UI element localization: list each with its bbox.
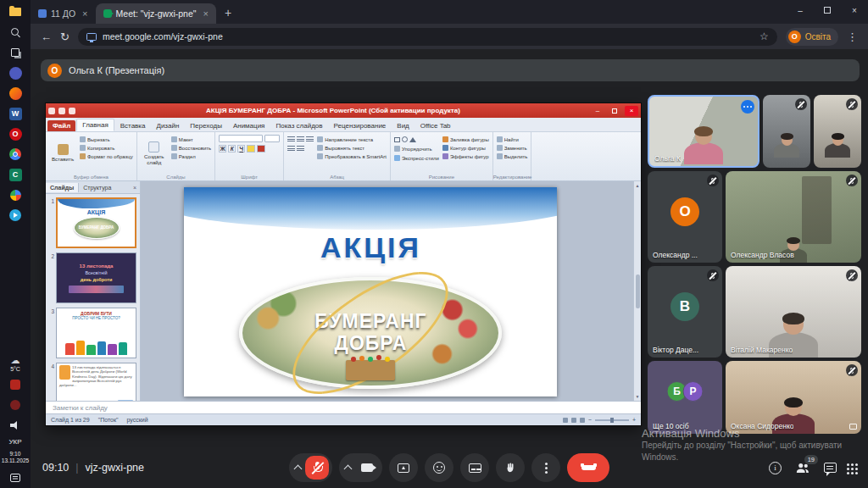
copy-button[interactable]: Копировать (80, 145, 133, 151)
ppt-tab-animation[interactable]: Анимация (228, 120, 270, 131)
back-icon[interactable]: ← (41, 31, 52, 42)
task-view-icon[interactable] (6, 45, 25, 60)
shape-effects-button[interactable]: Эффекты фигур (442, 153, 489, 159)
volume-icon[interactable] (6, 418, 25, 433)
new-tab-button[interactable]: + (225, 6, 231, 19)
search-icon[interactable] (6, 25, 25, 40)
bold-button[interactable]: Ж (219, 145, 226, 152)
slide-thumbnail-4[interactable]: 4 13 листопада відзначається Всесвітній … (47, 363, 136, 401)
participant-tile-oksana[interactable]: Оксана Сидоренко (726, 361, 861, 434)
fullscreen-icon[interactable] (849, 424, 857, 430)
italic-button[interactable]: К (228, 145, 236, 152)
weather-widget[interactable]: ☁ 5°C (10, 356, 20, 372)
current-slide[interactable]: АКЦІЯ БУМЕРАНГ ДОБРА (184, 187, 557, 396)
bullets-icon[interactable] (287, 146, 295, 152)
scroll-thumb[interactable] (636, 274, 640, 308)
slide-thumbnail-3[interactable]: 3 ДОБРИМ БУТИ ПРОСТО ЧИ НЕ ПРОСТО? (47, 308, 136, 358)
align-left-icon[interactable] (287, 136, 295, 142)
align-text-button[interactable]: Выровнять текст (317, 145, 387, 151)
participant-tile-small-1[interactable] (763, 95, 810, 168)
underline-button[interactable]: Ч (237, 145, 245, 152)
section-button[interactable]: Раздел (171, 153, 211, 159)
scroll-down-icon[interactable]: ▼ (636, 394, 640, 399)
shape-outline-button[interactable]: Контур фигуры (442, 145, 489, 151)
slideshow-view-icon[interactable] (580, 418, 585, 423)
editor-scrollbar[interactable]: ▲ ▼ (633, 181, 641, 401)
ppt-minimize-button[interactable]: – (591, 106, 604, 116)
notes-area[interactable]: Заметки к слайду (46, 401, 641, 413)
ppt-tab-home[interactable]: Главная (76, 119, 114, 131)
captions-button[interactable] (460, 453, 489, 482)
language-indicator[interactable]: УКР (8, 438, 21, 446)
participant-tile-small-2[interactable] (814, 95, 861, 168)
word-icon[interactable]: W (6, 106, 25, 121)
more-options-button[interactable] (531, 453, 560, 482)
align-center-icon[interactable] (297, 136, 304, 142)
mic-options-chevron-icon[interactable] (294, 465, 303, 474)
presenting-banner[interactable]: О Ольга К (Презентація) (41, 59, 860, 81)
ppt-tab-slideshow[interactable]: Показ слайдов (270, 120, 327, 131)
highlight-color-button[interactable] (247, 145, 255, 152)
classroom-icon[interactable]: C (6, 167, 25, 182)
participant-tile-olga[interactable]: Ольга К (648, 95, 760, 168)
find-button[interactable]: Найти (497, 136, 528, 142)
browser-tab-1[interactable]: 11 ДО × (31, 3, 96, 24)
firefox-icon[interactable] (6, 86, 25, 101)
raise-hand-button[interactable] (496, 453, 525, 482)
zoom-in-icon[interactable]: + (632, 417, 636, 423)
new-slide-button[interactable]: Создать слайд (141, 135, 168, 172)
screen-rec-icon[interactable] (6, 377, 25, 392)
opera-icon[interactable]: O (6, 126, 25, 141)
normal-view-icon[interactable] (563, 418, 568, 423)
minimize-button[interactable]: – (787, 0, 814, 20)
tile-options-icon[interactable] (741, 100, 754, 114)
participant-tile-viktor[interactable]: В Віктор Даце... (648, 266, 722, 358)
notification-icon[interactable] (6, 470, 25, 485)
participant-tile-vlasov[interactable]: Олександр Власов (726, 171, 861, 263)
undo-icon[interactable] (69, 108, 75, 114)
ppt-tab-review[interactable]: Рецензирование (329, 120, 392, 131)
mute-button[interactable] (305, 456, 329, 480)
reload-icon[interactable]: ↻ (60, 31, 70, 42)
close-button[interactable]: × (841, 0, 868, 20)
font-size-box[interactable] (264, 135, 280, 142)
ppt-tab-design[interactable]: Дизайн (151, 120, 184, 131)
chrome-icon[interactable] (6, 147, 25, 162)
meeting-info-button[interactable] (769, 462, 782, 474)
end-call-button[interactable] (567, 453, 609, 482)
save-icon[interactable] (58, 108, 65, 114)
paste-button[interactable]: Вставить (49, 135, 76, 172)
quick-styles-button[interactable]: Экспресс-стили (394, 155, 439, 161)
taskbar-clock[interactable]: 9:10 13.11.2025 (2, 451, 30, 465)
panel-close-icon[interactable]: × (133, 185, 140, 191)
browser-profile-chip[interactable]: О Освіта (786, 28, 838, 46)
participant-tile-vitaliy[interactable]: Віталій Макаренко (726, 266, 861, 358)
camera-button[interactable] (355, 456, 379, 480)
shape-rect-icon[interactable] (394, 137, 400, 142)
ppt-tab-file[interactable]: Файл (47, 120, 75, 131)
browser-menu-icon[interactable]: ⋮ (847, 30, 858, 43)
smartart-button[interactable]: Преобразовать в SmartArt (317, 153, 387, 159)
arrange-button[interactable]: Упорядочить (394, 146, 439, 152)
folder-icon[interactable] (6, 4, 25, 19)
browser-tab-meet[interactable]: Meet: "vjz-gwxi-pne" × (96, 3, 216, 24)
shape-fill-button[interactable]: Заливка фигуры (442, 136, 489, 142)
participant-tile-oleksandr[interactable]: О Олександр ... (648, 171, 722, 263)
tab-close-icon[interactable]: × (82, 8, 87, 19)
present-button[interactable] (389, 453, 418, 482)
camera-options-chevron-icon[interactable] (344, 465, 353, 474)
format-painter-button[interactable]: Формат по образцу (80, 153, 133, 159)
zoom-out-icon[interactable]: − (588, 417, 592, 423)
outline-tab[interactable]: Структура (79, 183, 115, 192)
slide-thumbnail-2[interactable]: 2 13 листопада Всесвітній день доброти (47, 252, 136, 303)
ppt-maximize-button[interactable] (608, 106, 621, 116)
sorter-view-icon[interactable] (571, 418, 576, 423)
ppt-close-button[interactable]: × (625, 106, 638, 116)
ppt-tab-transitions[interactable]: Переходы (185, 120, 227, 131)
maximize-button[interactable] (814, 0, 841, 20)
ppt-tab-officetab[interactable]: Office Tab (415, 120, 456, 131)
slide-thumbnail-1[interactable]: 1 АКЦІЯ БУМЕРАНГ ДОБРА (47, 197, 136, 248)
layout-button[interactable]: Макет (171, 136, 211, 142)
reactions-button[interactable] (425, 453, 453, 482)
photos-icon[interactable] (6, 187, 25, 202)
